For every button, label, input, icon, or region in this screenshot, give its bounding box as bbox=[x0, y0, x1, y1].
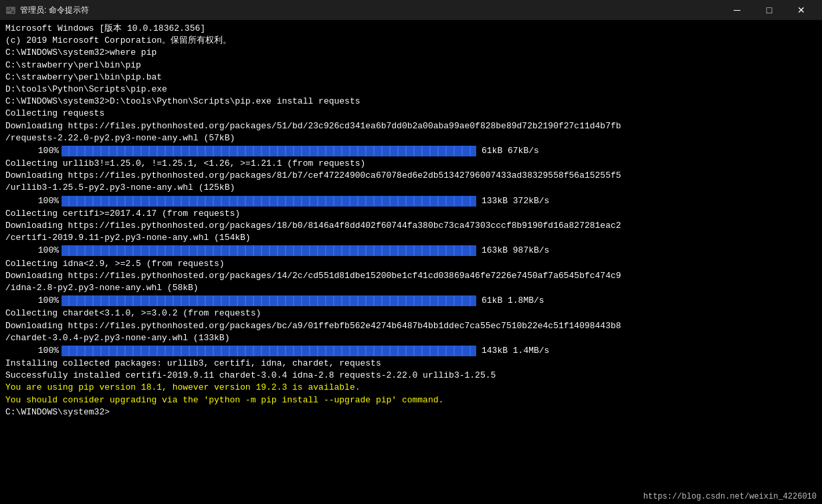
footer-link: https://blog.csdn.net/weixin_4226010 bbox=[643, 492, 817, 501]
terminal-line: Downloading https://files.pythonhosted.o… bbox=[5, 270, 817, 282]
progress-info: 133kB 372kB/s bbox=[482, 195, 549, 207]
terminal-line: C:\strawberry\perl\bin\pip.bat bbox=[5, 72, 817, 84]
progress-info: 61kB 1.8MB/s bbox=[482, 295, 544, 307]
title-bar-controls: ─ □ ✕ bbox=[722, 0, 817, 20]
minimize-button[interactable]: ─ bbox=[722, 0, 752, 20]
terminal-line: Installing collected packages: urllib3, … bbox=[5, 358, 817, 370]
progress-track bbox=[62, 245, 476, 256]
terminal-line: /requests-2.22.0-py2.py3-none-any.whl (5… bbox=[5, 132, 817, 144]
progress-fill bbox=[62, 295, 476, 306]
terminal: Microsoft Windows [版本 10.0.18362.356](c)… bbox=[0, 20, 822, 504]
terminal-line: Collecting chardet<3.1.0, >=3.0.2 (from … bbox=[5, 307, 817, 320]
title-bar-text: 管理员: 命令提示符 bbox=[20, 5, 722, 16]
terminal-line: Collecting urllib3!=1.25.0, !=1.25.1, <1… bbox=[5, 158, 817, 170]
terminal-line: Downloading https://files.pythonhosted.o… bbox=[5, 170, 817, 182]
progress-info: 163kB 987kB/s bbox=[482, 245, 549, 257]
progress-info: 143kB 1.4MB/s bbox=[482, 345, 549, 357]
svg-rect-4 bbox=[7, 11, 14, 11]
progress-bar-container: 100%61kB 67kB/s bbox=[32, 145, 817, 157]
terminal-line: You are using pip version 18.1, however … bbox=[5, 382, 817, 394]
terminal-line: Successfully installed certifi-2019.9.11… bbox=[5, 370, 817, 382]
terminal-line: /certifi-2019.9.11-py2.py3-none-any.whl … bbox=[5, 232, 817, 244]
terminal-line: Collecting idna<2.9, >=2.5 (from request… bbox=[5, 258, 817, 270]
progress-track bbox=[62, 295, 476, 306]
progress-percent: 100% bbox=[32, 295, 59, 307]
svg-rect-1 bbox=[7, 8, 10, 10]
progress-percent: 100% bbox=[32, 345, 59, 357]
terminal-line: Downloading https://files.pythonhosted.o… bbox=[5, 120, 817, 132]
terminal-line: /idna-2.8-py2.py3-none-any.whl (58kB) bbox=[5, 282, 817, 294]
terminal-line: Downloading https://files.pythonhosted.o… bbox=[5, 320, 817, 332]
progress-track bbox=[62, 146, 476, 156]
terminal-line: /urllib3-1.25.5-py2.py3-none-any.whl (12… bbox=[5, 182, 817, 194]
progress-fill bbox=[62, 245, 476, 256]
terminal-line: You should consider upgrading via the 'p… bbox=[5, 394, 817, 406]
progress-track bbox=[62, 196, 476, 207]
progress-bar-container: 100%61kB 1.8MB/s bbox=[32, 295, 817, 307]
progress-bar-container: 100%133kB 372kB/s bbox=[32, 195, 817, 207]
terminal-line: Microsoft Windows [版本 10.0.18362.356] bbox=[5, 23, 817, 35]
terminal-line: C:\WINDOWS\system32>where pip bbox=[5, 47, 817, 59]
maximize-button[interactable]: □ bbox=[754, 0, 785, 20]
progress-fill bbox=[62, 196, 476, 207]
progress-info: 61kB 67kB/s bbox=[482, 145, 539, 157]
terminal-line: C:\WINDOWS\system32>D:\tools\Python\Scri… bbox=[5, 96, 817, 108]
terminal-line: Downloading https://files.pythonhosted.o… bbox=[5, 220, 817, 232]
progress-track bbox=[62, 346, 476, 356]
svg-rect-2 bbox=[11, 8, 14, 9]
svg-rect-5 bbox=[7, 12, 11, 13]
title-bar-icon bbox=[5, 5, 16, 15]
progress-bar-container: 100%143kB 1.4MB/s bbox=[32, 345, 817, 357]
progress-percent: 100% bbox=[32, 145, 59, 157]
progress-percent: 100% bbox=[32, 195, 59, 207]
terminal-line: D:\tools\Python\Scripts\pip.exe bbox=[5, 84, 817, 96]
terminal-line: C:\strawberry\perl\bin\pip bbox=[5, 59, 817, 72]
terminal-line: /chardet-3.0.4-py2.py3-none-any.whl (133… bbox=[5, 332, 817, 344]
progress-fill bbox=[62, 346, 476, 356]
title-bar: 管理员: 命令提示符 ─ □ ✕ bbox=[0, 0, 822, 20]
svg-rect-3 bbox=[11, 9, 14, 10]
progress-fill bbox=[62, 146, 476, 156]
terminal-line: Collecting certifi>=2017.4.17 (from requ… bbox=[5, 208, 817, 220]
terminal-line: (c) 2019 Microsoft Corporation。保留所有权利。 bbox=[5, 35, 817, 47]
progress-bar-container: 100%163kB 987kB/s bbox=[32, 245, 817, 257]
terminal-line: Collecting requests bbox=[5, 108, 817, 120]
terminal-line: C:\WINDOWS\system32> bbox=[5, 406, 817, 418]
progress-percent: 100% bbox=[32, 245, 59, 257]
close-button[interactable]: ✕ bbox=[786, 0, 817, 20]
